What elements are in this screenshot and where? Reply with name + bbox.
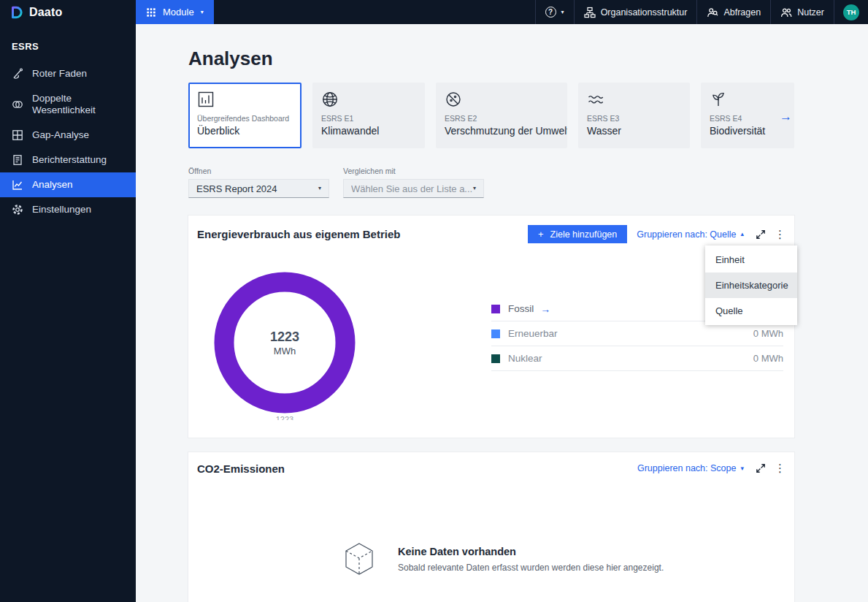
sidebar-item-gap-analyse[interactable]: Gap-Analyse [0,123,136,148]
menu-item-einheit[interactable]: Einheit [705,247,797,273]
legend-value: 0 MWh [753,353,783,364]
sprout-icon [710,91,786,110]
maximize-icon [756,463,766,473]
main-content: Analysen Übergreifendes Dashboard Überbl… [136,24,868,602]
gear-icon [12,204,23,216]
donut-footer-clipped: 1223 [213,415,356,420]
users-label: Nutzer [797,7,824,18]
tab-label: Wasser [587,125,681,137]
logo-text: Daato [29,6,62,19]
chevron-down-icon: ▾ [561,9,564,15]
compare-select[interactable]: Wählen Sie aus der Liste a... ▾ [343,179,484,198]
chevron-down-icon: ▾ [473,186,476,191]
arrow-right-icon[interactable]: → [540,303,550,315]
sidebar-item-analysen[interactable]: Analysen [0,172,136,197]
tab-label: Verschmutzung der Umwelt [445,125,558,137]
topbar-right: ? ▾ Organisationsstruktur Abfrag [535,0,868,24]
erneuerbar-swatch [491,329,500,338]
topbar-spacer [214,0,535,24]
energy-panel: Energieverbrauch aus eigenem Betrieb + Z… [188,216,794,438]
chevron-down-icon: ▾ [740,465,744,472]
dashboard-tabs: Übergreifendes Dashboard Überblick ESRS … [188,83,794,148]
maximize-icon [756,229,766,240]
kebab-menu-button[interactable]: ⋮ [775,462,786,475]
co2-empty-state: Keine Daten vorhanden Sobald relevante D… [339,539,794,579]
report-select[interactable]: ESRS Report 2024 ▾ [188,179,329,198]
thread-needle-icon [12,68,23,80]
tab-subtitle: ESRS E1 [321,114,416,123]
daato-logo[interactable]: Daato [0,0,136,24]
globe-icon [321,91,416,110]
tabs-next-arrow[interactable]: → [780,110,792,124]
sidebar-item-roter-faden[interactable]: Roter Faden [0,61,136,86]
tab-subtitle: Übergreifendes Dashboard [197,114,293,123]
energy-donut-chart: 1223 MWh [213,271,356,414]
sidebar: ESRS Roter Faden Doppelte Wesentlichkeit… [0,24,136,602]
tab-subtitle: ESRS E4 [710,114,786,123]
avatar[interactable]: TH [843,4,859,20]
group-by-label: Gruppieren nach: Quelle [637,229,736,240]
module-button[interactable]: Module ▾ [136,0,214,24]
sidebar-section-title: ESRS [0,24,136,61]
water-waves-icon [587,91,681,110]
chevron-down-icon: ▾ [201,9,204,15]
org-structure-button[interactable]: Organisationsstruktur [574,0,697,24]
grid-icon [12,129,23,141]
help-button[interactable]: ? ▾ [535,0,574,24]
apps-grid-icon [146,7,156,18]
energy-panel-title: Energieverbrauch aus eigenem Betrieb [197,228,528,240]
tab-klimawandel[interactable]: ESRS E1 Klimawandel [312,83,425,148]
topbar: Daato Module ▾ ? ▾ Organisat [0,0,868,24]
group-by-quelle-dropdown[interactable]: Gruppieren nach: Quelle ▴ [637,229,744,240]
expand-button[interactable] [756,463,766,473]
empty-cube-icon [339,539,379,579]
sidebar-item-label: Einstellungen [32,204,91,216]
tab-verschmutzung[interactable]: ESRS E2 Verschmutzung der Umwelt [436,83,567,148]
tab-label: Biodiversität [710,125,786,137]
queries-button[interactable]: Abfragen [696,0,770,24]
group-by-scope-dropdown[interactable]: Gruppieren nach: Scope ▾ [637,463,744,473]
org-structure-icon [584,7,596,18]
legend-row-erneuerbar: Erneuerbar 0 MWh [491,321,783,346]
menu-item-einheitskategorie[interactable]: Einheitskategorie [705,273,797,298]
plus-icon: + [538,229,544,240]
double-materiality-icon [12,99,23,110]
report-select-value: ESRS Report 2024 [196,183,277,194]
empty-state-title: Keine Daten vorhanden [398,546,664,557]
help-icon: ? [545,7,556,18]
line-chart-icon [12,179,23,191]
pollution-icon [445,91,558,110]
compare-filter: Vergleichen mit Wählen Sie aus der Liste… [343,167,484,198]
empty-state-text: Sobald relevante Daten erfasst wurden we… [398,563,664,573]
report-icon [12,154,23,166]
expand-button[interactable] [756,229,766,240]
sidebar-item-label: Doppelte Wesentlichkeit [32,93,121,116]
open-filter: Öffnen ESRS Report 2024 ▾ [188,167,329,198]
energy-panel-header: Energieverbrauch aus eigenem Betrieb + Z… [188,216,794,243]
add-goals-button[interactable]: + Ziele hinzufügen [528,225,627,243]
module-label: Module [163,7,194,18]
co2-panel: CO2-Emissionen Gruppieren nach: Scope ▾ … [188,452,794,602]
menu-item-quelle[interactable]: Quelle [705,298,797,324]
chevron-down-icon: ▾ [318,186,321,191]
org-structure-label: Organisationsstruktur [601,7,688,18]
chevron-up-icon: ▴ [740,231,744,237]
legend-row-nuklear: Nuklear 0 MWh [491,346,783,371]
sidebar-item-einstellungen[interactable]: Einstellungen [0,197,136,222]
tab-ueberblick[interactable]: Übergreifendes Dashboard Überblick [188,83,302,148]
legend-value: 0 MWh [753,328,783,339]
kebab-menu-button[interactable]: ⋮ [775,228,786,241]
page-title: Analysen [188,47,868,69]
users-button[interactable]: Nutzer [770,0,834,24]
sidebar-item-doppelte-wesentlichkeit[interactable]: Doppelte Wesentlichkeit [0,86,136,123]
tab-wasser[interactable]: ESRS E3 Wasser [578,83,690,148]
tab-subtitle: ESRS E2 [445,114,558,123]
legend-label: Nuklear [508,353,542,364]
fossil-swatch [491,305,500,313]
tab-subtitle: ESRS E3 [587,114,681,123]
tab-label: Klimawandel [321,125,416,137]
dashboard-icon [197,91,293,110]
co2-empty-text-block: Keine Daten vorhanden Sobald relevante D… [398,546,664,573]
legend-label: Erneuerbar [508,328,558,339]
sidebar-item-berichterstattung[interactable]: Berichterstattung [0,148,136,172]
